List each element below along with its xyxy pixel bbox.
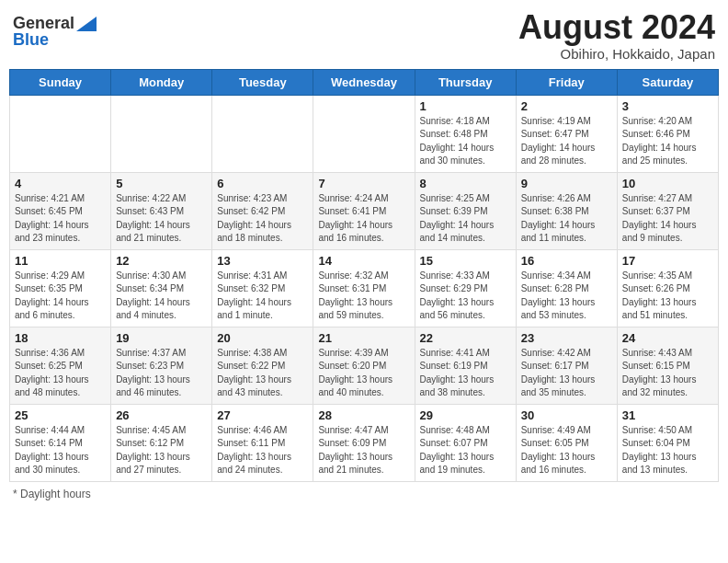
day-number: 8	[420, 177, 511, 190]
day-info: Sunrise: 4:35 AM Sunset: 6:26 PM Dayligh…	[622, 270, 713, 323]
day-number: 17	[622, 254, 713, 268]
calendar-cell: 31Sunrise: 4:50 AM Sunset: 6:04 PM Dayli…	[617, 404, 718, 481]
day-number: 25	[15, 408, 106, 422]
weekday-header-tuesday: Tuesday	[212, 69, 313, 95]
day-number: 29	[420, 408, 511, 422]
day-info: Sunrise: 4:50 AM Sunset: 6:04 PM Dayligh…	[622, 424, 713, 477]
day-number: 1	[420, 99, 511, 113]
day-info: Sunrise: 4:18 AM Sunset: 6:48 PM Dayligh…	[420, 115, 511, 168]
calendar-cell: 29Sunrise: 4:48 AM Sunset: 6:07 PM Dayli…	[415, 404, 516, 481]
weekday-header-row: SundayMondayTuesdayWednesdayThursdayFrid…	[10, 69, 719, 95]
weekday-header-wednesday: Wednesday	[313, 69, 415, 95]
calendar-week-row: 1Sunrise: 4:18 AM Sunset: 6:48 PM Daylig…	[10, 95, 719, 172]
calendar-week-row: 18Sunrise: 4:36 AM Sunset: 6:25 PM Dayli…	[10, 327, 719, 404]
calendar-cell: 19Sunrise: 4:37 AM Sunset: 6:23 PM Dayli…	[111, 327, 212, 404]
calendar-cell: 23Sunrise: 4:42 AM Sunset: 6:17 PM Dayli…	[516, 327, 617, 404]
page-title: August 2024	[518, 9, 715, 46]
day-info: Sunrise: 4:21 AM Sunset: 6:45 PM Dayligh…	[15, 192, 106, 246]
day-info: Sunrise: 4:31 AM Sunset: 6:32 PM Dayligh…	[217, 270, 308, 323]
day-info: Sunrise: 4:27 AM Sunset: 6:37 PM Dayligh…	[622, 192, 713, 246]
day-info: Sunrise: 4:24 AM Sunset: 6:41 PM Dayligh…	[318, 192, 409, 246]
calendar-cell: 30Sunrise: 4:49 AM Sunset: 6:05 PM Dayli…	[516, 404, 617, 481]
weekday-header-sunday: Sunday	[10, 69, 111, 95]
day-number: 10	[622, 177, 713, 190]
calendar-cell: 12Sunrise: 4:30 AM Sunset: 6:34 PM Dayli…	[111, 249, 212, 327]
day-number: 3	[622, 99, 713, 113]
day-info: Sunrise: 4:43 AM Sunset: 6:15 PM Dayligh…	[622, 347, 713, 400]
day-number: 31	[622, 408, 713, 422]
calendar-week-row: 25Sunrise: 4:44 AM Sunset: 6:14 PM Dayli…	[10, 404, 719, 481]
calendar-cell: 18Sunrise: 4:36 AM Sunset: 6:25 PM Dayli…	[10, 327, 111, 404]
calendar-cell: 11Sunrise: 4:29 AM Sunset: 6:35 PM Dayli…	[10, 249, 111, 327]
day-number: 12	[116, 254, 207, 268]
day-info: Sunrise: 4:48 AM Sunset: 6:07 PM Dayligh…	[420, 424, 511, 477]
day-number: 20	[217, 331, 308, 345]
calendar-cell	[111, 95, 212, 172]
day-info: Sunrise: 4:29 AM Sunset: 6:35 PM Dayligh…	[15, 270, 106, 323]
calendar-cell: 16Sunrise: 4:34 AM Sunset: 6:28 PM Dayli…	[516, 249, 617, 327]
calendar-cell: 9Sunrise: 4:26 AM Sunset: 6:38 PM Daylig…	[516, 172, 617, 249]
daylight-label: Daylight hours	[20, 488, 91, 500]
calendar-cell: 2Sunrise: 4:19 AM Sunset: 6:47 PM Daylig…	[516, 95, 617, 172]
day-number: 27	[217, 408, 308, 422]
day-info: Sunrise: 4:44 AM Sunset: 6:14 PM Dayligh…	[15, 424, 106, 477]
day-number: 14	[318, 254, 409, 268]
day-info: Sunrise: 4:19 AM Sunset: 6:47 PM Dayligh…	[521, 115, 612, 168]
weekday-header-thursday: Thursday	[415, 69, 516, 95]
calendar-week-row: 4Sunrise: 4:21 AM Sunset: 6:45 PM Daylig…	[10, 172, 719, 249]
calendar-cell: 27Sunrise: 4:46 AM Sunset: 6:11 PM Dayli…	[212, 404, 313, 481]
calendar-table: SundayMondayTuesdayWednesdayThursdayFrid…	[9, 69, 719, 482]
calendar-cell: 20Sunrise: 4:38 AM Sunset: 6:22 PM Dayli…	[212, 327, 313, 404]
day-info: Sunrise: 4:39 AM Sunset: 6:20 PM Dayligh…	[318, 347, 409, 400]
day-info: Sunrise: 4:30 AM Sunset: 6:34 PM Dayligh…	[116, 270, 207, 323]
calendar-cell: 17Sunrise: 4:35 AM Sunset: 6:26 PM Dayli…	[617, 249, 718, 327]
weekday-header-monday: Monday	[111, 69, 212, 95]
calendar-cell: 14Sunrise: 4:32 AM Sunset: 6:31 PM Dayli…	[313, 249, 415, 327]
day-info: Sunrise: 4:26 AM Sunset: 6:38 PM Dayligh…	[521, 192, 612, 246]
calendar-cell: 13Sunrise: 4:31 AM Sunset: 6:32 PM Dayli…	[212, 249, 313, 327]
calendar-cell: 4Sunrise: 4:21 AM Sunset: 6:45 PM Daylig…	[10, 172, 111, 249]
title-area: August 2024 Obihiro, Hokkaido, Japan	[518, 9, 715, 62]
day-info: Sunrise: 4:23 AM Sunset: 6:42 PM Dayligh…	[217, 192, 308, 246]
day-number: 24	[622, 331, 713, 345]
day-info: Sunrise: 4:46 AM Sunset: 6:11 PM Dayligh…	[217, 424, 308, 477]
logo-blue-text: Blue	[13, 31, 49, 48]
footer-note: * Daylight hours	[9, 488, 719, 500]
day-info: Sunrise: 4:41 AM Sunset: 6:19 PM Dayligh…	[420, 347, 511, 400]
day-number: 22	[420, 331, 511, 345]
subtitle: Obihiro, Hokkaido, Japan	[518, 46, 715, 62]
calendar-cell: 15Sunrise: 4:33 AM Sunset: 6:29 PM Dayli…	[415, 249, 516, 327]
day-number: 19	[116, 331, 207, 345]
calendar-cell: 24Sunrise: 4:43 AM Sunset: 6:15 PM Dayli…	[617, 327, 718, 404]
day-number: 9	[521, 177, 612, 190]
svg-marker-0	[76, 17, 97, 31]
day-info: Sunrise: 4:37 AM Sunset: 6:23 PM Dayligh…	[116, 347, 207, 400]
calendar-cell: 25Sunrise: 4:44 AM Sunset: 6:14 PM Dayli…	[10, 404, 111, 481]
logo-general-text: General	[13, 15, 74, 31]
day-info: Sunrise: 4:22 AM Sunset: 6:43 PM Dayligh…	[116, 192, 207, 246]
calendar-cell: 1Sunrise: 4:18 AM Sunset: 6:48 PM Daylig…	[415, 95, 516, 172]
day-number: 21	[318, 331, 409, 345]
day-number: 26	[116, 408, 207, 422]
day-number: 7	[318, 177, 409, 190]
day-info: Sunrise: 4:45 AM Sunset: 6:12 PM Dayligh…	[116, 424, 207, 477]
day-info: Sunrise: 4:25 AM Sunset: 6:39 PM Dayligh…	[420, 192, 511, 246]
day-info: Sunrise: 4:38 AM Sunset: 6:22 PM Dayligh…	[217, 347, 308, 400]
day-number: 30	[521, 408, 612, 422]
day-number: 13	[217, 254, 308, 268]
calendar-cell: 28Sunrise: 4:47 AM Sunset: 6:09 PM Dayli…	[313, 404, 415, 481]
day-number: 4	[15, 177, 106, 190]
calendar-cell: 7Sunrise: 4:24 AM Sunset: 6:41 PM Daylig…	[313, 172, 415, 249]
day-number: 23	[521, 331, 612, 345]
calendar-cell	[10, 95, 111, 172]
calendar-cell: 5Sunrise: 4:22 AM Sunset: 6:43 PM Daylig…	[111, 172, 212, 249]
day-info: Sunrise: 4:47 AM Sunset: 6:09 PM Dayligh…	[318, 424, 409, 477]
day-info: Sunrise: 4:34 AM Sunset: 6:28 PM Dayligh…	[521, 270, 612, 323]
day-number: 18	[15, 331, 106, 345]
day-number: 15	[420, 254, 511, 268]
day-number: 28	[318, 408, 409, 422]
day-number: 6	[217, 177, 308, 190]
calendar-cell: 3Sunrise: 4:20 AM Sunset: 6:46 PM Daylig…	[617, 95, 718, 172]
calendar-cell: 22Sunrise: 4:41 AM Sunset: 6:19 PM Dayli…	[415, 327, 516, 404]
day-info: Sunrise: 4:33 AM Sunset: 6:29 PM Dayligh…	[420, 270, 511, 323]
